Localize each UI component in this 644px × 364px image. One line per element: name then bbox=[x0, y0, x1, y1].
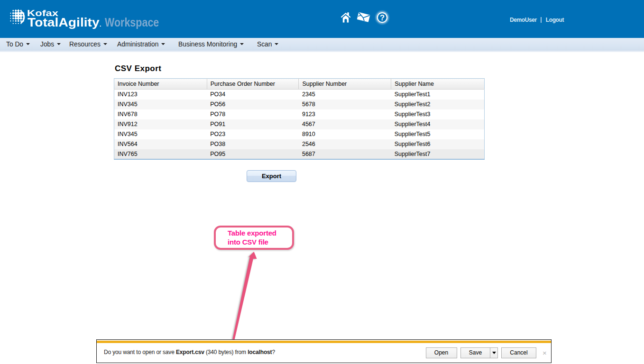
svg-text:?: ? bbox=[380, 13, 385, 22]
